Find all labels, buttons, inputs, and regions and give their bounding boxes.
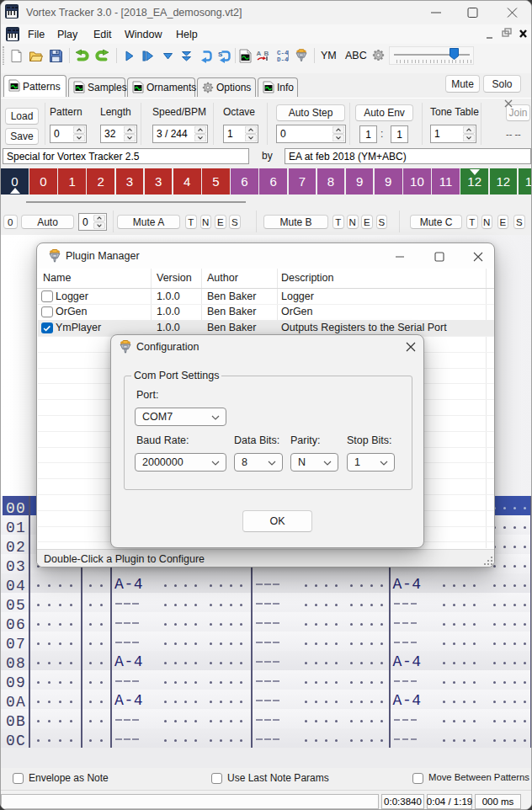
svg-text:C-4: C-4 <box>277 50 289 56</box>
svg-text:D-4: D-4 <box>277 56 289 63</box>
svg-text:B: B <box>264 50 269 57</box>
svg-text:A: A <box>257 50 262 57</box>
svg-text:S: S <box>218 51 223 58</box>
